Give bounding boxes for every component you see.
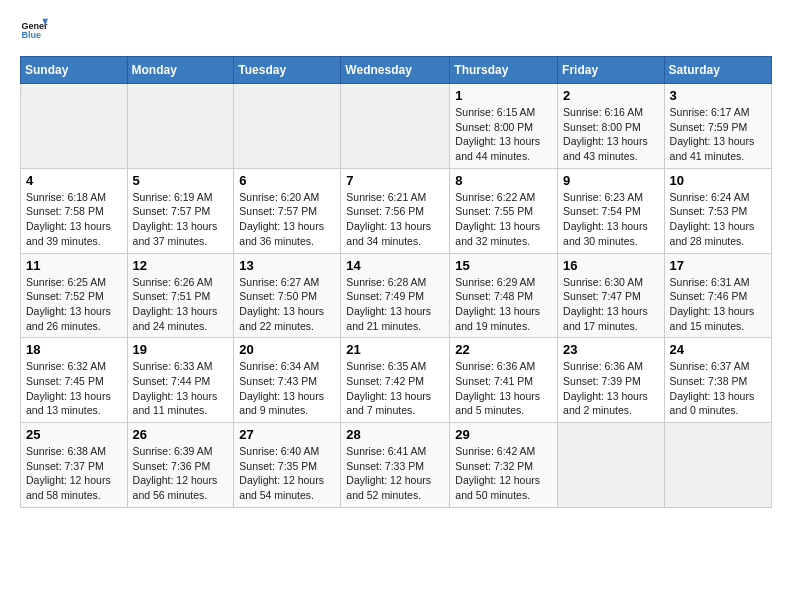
calendar-week-row: 25Sunrise: 6:38 AM Sunset: 7:37 PM Dayli… <box>21 423 772 508</box>
day-number: 2 <box>563 88 659 103</box>
day-detail: Sunrise: 6:29 AM Sunset: 7:48 PM Dayligh… <box>455 275 552 334</box>
header-monday: Monday <box>127 57 234 84</box>
header-tuesday: Tuesday <box>234 57 341 84</box>
calendar-week-row: 4Sunrise: 6:18 AM Sunset: 7:58 PM Daylig… <box>21 168 772 253</box>
day-detail: Sunrise: 6:21 AM Sunset: 7:56 PM Dayligh… <box>346 190 444 249</box>
calendar-cell: 3Sunrise: 6:17 AM Sunset: 7:59 PM Daylig… <box>664 84 771 169</box>
day-detail: Sunrise: 6:34 AM Sunset: 7:43 PM Dayligh… <box>239 359 335 418</box>
calendar-cell: 24Sunrise: 6:37 AM Sunset: 7:38 PM Dayli… <box>664 338 771 423</box>
day-detail: Sunrise: 6:39 AM Sunset: 7:36 PM Dayligh… <box>133 444 229 503</box>
day-number: 18 <box>26 342 122 357</box>
day-detail: Sunrise: 6:42 AM Sunset: 7:32 PM Dayligh… <box>455 444 552 503</box>
day-number: 14 <box>346 258 444 273</box>
day-number: 7 <box>346 173 444 188</box>
calendar-header-row: SundayMondayTuesdayWednesdayThursdayFrid… <box>21 57 772 84</box>
day-number: 15 <box>455 258 552 273</box>
day-number: 16 <box>563 258 659 273</box>
header-wednesday: Wednesday <box>341 57 450 84</box>
day-number: 22 <box>455 342 552 357</box>
calendar-cell: 23Sunrise: 6:36 AM Sunset: 7:39 PM Dayli… <box>558 338 665 423</box>
day-number: 3 <box>670 88 766 103</box>
calendar-cell: 5Sunrise: 6:19 AM Sunset: 7:57 PM Daylig… <box>127 168 234 253</box>
calendar-cell: 19Sunrise: 6:33 AM Sunset: 7:44 PM Dayli… <box>127 338 234 423</box>
day-number: 21 <box>346 342 444 357</box>
day-number: 26 <box>133 427 229 442</box>
day-detail: Sunrise: 6:24 AM Sunset: 7:53 PM Dayligh… <box>670 190 766 249</box>
day-detail: Sunrise: 6:15 AM Sunset: 8:00 PM Dayligh… <box>455 105 552 164</box>
calendar-cell: 27Sunrise: 6:40 AM Sunset: 7:35 PM Dayli… <box>234 423 341 508</box>
day-detail: Sunrise: 6:36 AM Sunset: 7:39 PM Dayligh… <box>563 359 659 418</box>
day-detail: Sunrise: 6:38 AM Sunset: 7:37 PM Dayligh… <box>26 444 122 503</box>
calendar-cell: 7Sunrise: 6:21 AM Sunset: 7:56 PM Daylig… <box>341 168 450 253</box>
day-detail: Sunrise: 6:41 AM Sunset: 7:33 PM Dayligh… <box>346 444 444 503</box>
day-number: 24 <box>670 342 766 357</box>
calendar-cell: 12Sunrise: 6:26 AM Sunset: 7:51 PM Dayli… <box>127 253 234 338</box>
calendar-week-row: 11Sunrise: 6:25 AM Sunset: 7:52 PM Dayli… <box>21 253 772 338</box>
calendar-cell <box>127 84 234 169</box>
calendar-cell: 26Sunrise: 6:39 AM Sunset: 7:36 PM Dayli… <box>127 423 234 508</box>
day-detail: Sunrise: 6:27 AM Sunset: 7:50 PM Dayligh… <box>239 275 335 334</box>
day-detail: Sunrise: 6:36 AM Sunset: 7:41 PM Dayligh… <box>455 359 552 418</box>
calendar-cell: 25Sunrise: 6:38 AM Sunset: 7:37 PM Dayli… <box>21 423 128 508</box>
day-number: 27 <box>239 427 335 442</box>
day-detail: Sunrise: 6:25 AM Sunset: 7:52 PM Dayligh… <box>26 275 122 334</box>
calendar-cell <box>341 84 450 169</box>
calendar-table: SundayMondayTuesdayWednesdayThursdayFrid… <box>20 56 772 508</box>
calendar-cell <box>558 423 665 508</box>
day-number: 6 <box>239 173 335 188</box>
day-detail: Sunrise: 6:20 AM Sunset: 7:57 PM Dayligh… <box>239 190 335 249</box>
header-friday: Friday <box>558 57 665 84</box>
day-number: 5 <box>133 173 229 188</box>
calendar-cell: 8Sunrise: 6:22 AM Sunset: 7:55 PM Daylig… <box>450 168 558 253</box>
header-sunday: Sunday <box>21 57 128 84</box>
day-number: 1 <box>455 88 552 103</box>
calendar-cell: 14Sunrise: 6:28 AM Sunset: 7:49 PM Dayli… <box>341 253 450 338</box>
day-detail: Sunrise: 6:28 AM Sunset: 7:49 PM Dayligh… <box>346 275 444 334</box>
day-number: 25 <box>26 427 122 442</box>
calendar-cell: 28Sunrise: 6:41 AM Sunset: 7:33 PM Dayli… <box>341 423 450 508</box>
calendar-cell: 13Sunrise: 6:27 AM Sunset: 7:50 PM Dayli… <box>234 253 341 338</box>
calendar-week-row: 18Sunrise: 6:32 AM Sunset: 7:45 PM Dayli… <box>21 338 772 423</box>
day-detail: Sunrise: 6:19 AM Sunset: 7:57 PM Dayligh… <box>133 190 229 249</box>
calendar-cell <box>234 84 341 169</box>
calendar-week-row: 1Sunrise: 6:15 AM Sunset: 8:00 PM Daylig… <box>21 84 772 169</box>
calendar-cell: 18Sunrise: 6:32 AM Sunset: 7:45 PM Dayli… <box>21 338 128 423</box>
day-detail: Sunrise: 6:23 AM Sunset: 7:54 PM Dayligh… <box>563 190 659 249</box>
calendar-cell: 10Sunrise: 6:24 AM Sunset: 7:53 PM Dayli… <box>664 168 771 253</box>
calendar-cell: 2Sunrise: 6:16 AM Sunset: 8:00 PM Daylig… <box>558 84 665 169</box>
day-number: 12 <box>133 258 229 273</box>
day-number: 23 <box>563 342 659 357</box>
day-detail: Sunrise: 6:30 AM Sunset: 7:47 PM Dayligh… <box>563 275 659 334</box>
calendar-cell: 29Sunrise: 6:42 AM Sunset: 7:32 PM Dayli… <box>450 423 558 508</box>
day-number: 13 <box>239 258 335 273</box>
logo: General Blue <box>20 16 52 44</box>
calendar-cell: 16Sunrise: 6:30 AM Sunset: 7:47 PM Dayli… <box>558 253 665 338</box>
day-detail: Sunrise: 6:16 AM Sunset: 8:00 PM Dayligh… <box>563 105 659 164</box>
calendar-cell: 17Sunrise: 6:31 AM Sunset: 7:46 PM Dayli… <box>664 253 771 338</box>
calendar-cell: 1Sunrise: 6:15 AM Sunset: 8:00 PM Daylig… <box>450 84 558 169</box>
day-detail: Sunrise: 6:18 AM Sunset: 7:58 PM Dayligh… <box>26 190 122 249</box>
day-detail: Sunrise: 6:40 AM Sunset: 7:35 PM Dayligh… <box>239 444 335 503</box>
day-number: 29 <box>455 427 552 442</box>
calendar-cell <box>664 423 771 508</box>
day-detail: Sunrise: 6:32 AM Sunset: 7:45 PM Dayligh… <box>26 359 122 418</box>
day-detail: Sunrise: 6:35 AM Sunset: 7:42 PM Dayligh… <box>346 359 444 418</box>
day-number: 8 <box>455 173 552 188</box>
calendar-cell: 21Sunrise: 6:35 AM Sunset: 7:42 PM Dayli… <box>341 338 450 423</box>
day-detail: Sunrise: 6:31 AM Sunset: 7:46 PM Dayligh… <box>670 275 766 334</box>
day-detail: Sunrise: 6:33 AM Sunset: 7:44 PM Dayligh… <box>133 359 229 418</box>
calendar-cell: 20Sunrise: 6:34 AM Sunset: 7:43 PM Dayli… <box>234 338 341 423</box>
day-detail: Sunrise: 6:37 AM Sunset: 7:38 PM Dayligh… <box>670 359 766 418</box>
calendar-cell <box>21 84 128 169</box>
day-number: 4 <box>26 173 122 188</box>
calendar-cell: 11Sunrise: 6:25 AM Sunset: 7:52 PM Dayli… <box>21 253 128 338</box>
calendar-cell: 4Sunrise: 6:18 AM Sunset: 7:58 PM Daylig… <box>21 168 128 253</box>
day-number: 19 <box>133 342 229 357</box>
day-number: 28 <box>346 427 444 442</box>
calendar-cell: 22Sunrise: 6:36 AM Sunset: 7:41 PM Dayli… <box>450 338 558 423</box>
calendar-cell: 15Sunrise: 6:29 AM Sunset: 7:48 PM Dayli… <box>450 253 558 338</box>
header-thursday: Thursday <box>450 57 558 84</box>
day-detail: Sunrise: 6:17 AM Sunset: 7:59 PM Dayligh… <box>670 105 766 164</box>
logo-icon: General Blue <box>20 16 48 44</box>
day-detail: Sunrise: 6:22 AM Sunset: 7:55 PM Dayligh… <box>455 190 552 249</box>
